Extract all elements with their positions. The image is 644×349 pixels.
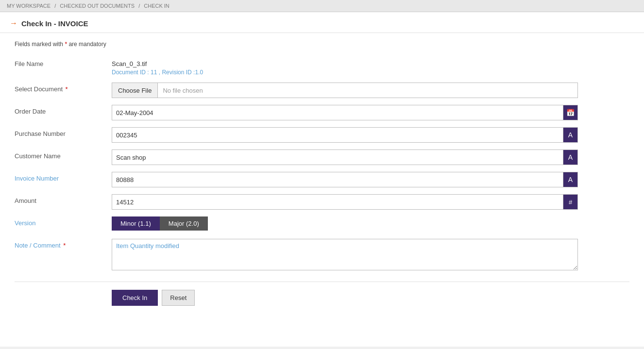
invoice-number-label: Invoice Number [15, 172, 112, 182]
breadcrumb: MY WORKSPACE / CHECKED OUT DOCUMENTS / C… [0, 0, 644, 12]
purchase-number-label: Purchase Number [15, 127, 112, 137]
main-container: → Check In - INVOICE Fields marked with … [0, 12, 644, 347]
file-name-value: Scan_0_3.tif [112, 57, 578, 67]
purchase-number-input[interactable] [112, 128, 563, 142]
customer-name-input-wrapper: A [112, 150, 578, 165]
page-title: Check In - INVOICE [21, 19, 88, 28]
invoice-number-text-icon: A [563, 172, 577, 187]
note-comment-label: Note / Comment * [15, 239, 112, 249]
order-date-row: Order Date 📅 [15, 105, 629, 120]
amount-input-wrapper: # [112, 194, 578, 210]
customer-name-label: Customer Name [15, 150, 112, 160]
breadcrumb-my-workspace[interactable]: MY WORKSPACE [7, 3, 51, 9]
version-label: Version [15, 216, 112, 227]
order-date-input[interactable] [112, 105, 563, 120]
breadcrumb-checked-out[interactable]: CHECKED OUT DOCUMENTS [60, 3, 135, 9]
select-document-label: Select Document * [15, 83, 112, 93]
breadcrumb-checkin: CHECK IN [144, 3, 169, 9]
purchase-number-input-wrapper: A [112, 127, 578, 143]
customer-name-row: Customer Name A [15, 150, 629, 165]
version-row: Version Minor (1.1) Major (2.0) [15, 216, 629, 232]
title-arrow-icon: → [10, 19, 17, 28]
version-toggle: Minor (1.1) Major (2.0) [112, 216, 578, 231]
select-document-row: Select Document * Choose File No file ch… [15, 83, 629, 98]
version-container: Minor (1.1) Major (2.0) [112, 216, 578, 231]
customer-name-input[interactable] [112, 150, 563, 165]
file-input-container: Choose File No file chosen [112, 83, 578, 98]
order-date-label: Order Date [15, 105, 112, 115]
note-required: * [62, 242, 66, 249]
invoice-number-container: A [112, 172, 578, 187]
order-date-container: 📅 [112, 105, 578, 120]
file-name-row: File Name Scan_0_3.tif Document ID : 11 … [15, 57, 629, 76]
mandatory-prefix: Fields marked with [15, 41, 63, 48]
note-comment-row: Note / Comment * Item Quantity modified [15, 239, 629, 272]
file-name-label: File Name [15, 57, 112, 67]
mandatory-suffix: are mandatory [68, 41, 106, 48]
page-title-bar: → Check In - INVOICE [0, 12, 644, 33]
buttons-row: Check In Reset [15, 282, 629, 306]
purchase-number-container: A [112, 127, 578, 143]
amount-row: Amount # [15, 194, 629, 210]
mandatory-asterisk: * [65, 41, 67, 48]
select-doc-required: * [64, 85, 68, 93]
calendar-icon[interactable]: 📅 [563, 105, 577, 120]
checkin-button[interactable]: Check In [112, 290, 158, 306]
breadcrumb-sep-2: / [138, 3, 140, 9]
purchase-number-text-icon: A [563, 128, 577, 142]
version-minor-button[interactable]: Minor (1.1) [112, 216, 160, 231]
amount-hash-icon: # [563, 195, 577, 209]
file-name-value-container: Scan_0_3.tif Document ID : 11 , Revision… [112, 57, 578, 76]
note-comment-container: Item Quantity modified [112, 239, 578, 272]
invoice-number-input[interactable] [112, 172, 563, 187]
amount-input[interactable] [112, 195, 563, 209]
doc-id-link[interactable]: Document ID : 11 , Revision ID :1.0 [112, 69, 578, 76]
amount-container: # [112, 194, 578, 210]
amount-label: Amount [15, 194, 112, 204]
version-major-button[interactable]: Major (2.0) [160, 216, 208, 231]
reset-button[interactable]: Reset [162, 290, 195, 306]
purchase-number-row: Purchase Number A [15, 127, 629, 143]
customer-name-text-icon: A [563, 150, 577, 165]
file-input-wrapper: Choose File No file chosen [112, 83, 578, 98]
invoice-number-input-wrapper: A [112, 172, 578, 187]
order-date-input-wrapper: 📅 [112, 105, 578, 120]
breadcrumb-sep-1: / [54, 3, 56, 9]
choose-file-button[interactable]: Choose File [112, 83, 158, 98]
customer-name-container: A [112, 150, 578, 165]
mandatory-note: Fields marked with * are mandatory [15, 41, 629, 48]
note-comment-textarea[interactable]: Item Quantity modified [112, 239, 578, 270]
form-area: Fields marked with * are mandatory File … [0, 33, 644, 320]
invoice-number-row: Invoice Number A [15, 172, 629, 187]
no-file-text: No file chosen [158, 87, 577, 94]
